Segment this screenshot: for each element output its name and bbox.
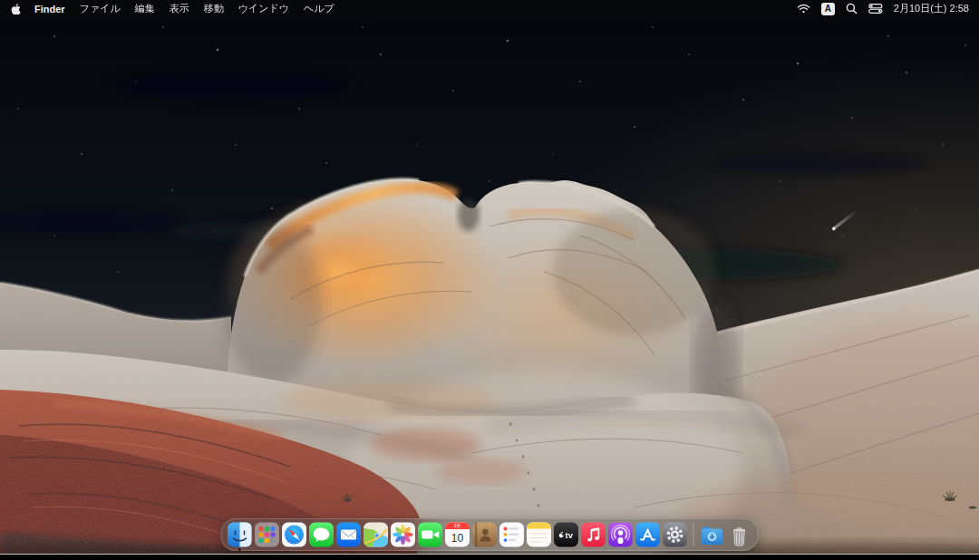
dock-icon-podcasts[interactable] xyxy=(608,522,634,547)
menu-bar: Finder ファイル 編集 表示 移動 ウインドウ ヘルプ A xyxy=(0,0,979,17)
menu-item-window[interactable]: ウインドウ xyxy=(238,2,289,15)
dock-icon-downloads-folder[interactable] xyxy=(700,522,725,547)
dock-icon-facetime[interactable] xyxy=(418,522,443,547)
desktop-wallpaper xyxy=(0,0,979,560)
svg-text:10: 10 xyxy=(451,532,464,545)
dock-icon-photos[interactable] xyxy=(391,522,416,547)
menu-item-edit[interactable]: 編集 xyxy=(135,2,155,15)
control-center-icon[interactable] xyxy=(868,4,883,14)
letterbox-bar xyxy=(0,554,979,560)
input-source-icon[interactable]: A xyxy=(821,3,835,15)
svg-text:tv: tv xyxy=(566,530,574,540)
dock-icon-maps[interactable] xyxy=(363,522,389,547)
menu-item-help[interactable]: ヘルプ xyxy=(304,2,334,15)
dock-icon-trash[interactable] xyxy=(727,522,752,547)
dock-icon-safari[interactable] xyxy=(282,522,307,547)
dock-icon-finder[interactable] xyxy=(228,522,253,547)
dock-icon-notes[interactable] xyxy=(527,522,552,547)
menu-item-go[interactable]: 移動 xyxy=(204,2,224,15)
dock-icon-reminders[interactable] xyxy=(499,522,525,547)
dock-icon-mail[interactable] xyxy=(336,522,362,547)
dock-icon-calendar[interactable]: 2月 10 xyxy=(445,522,470,547)
apple-menu-icon[interactable] xyxy=(10,3,21,14)
menu-item-file[interactable]: ファイル xyxy=(80,2,121,15)
dock-icon-tv[interactable]: tv xyxy=(554,522,579,547)
dock-separator xyxy=(693,523,694,546)
menu-app-name[interactable]: Finder xyxy=(34,4,65,14)
menu-clock[interactable]: 2月10日(土) 2:58 xyxy=(894,2,969,15)
dock-icon-system-settings[interactable] xyxy=(663,522,688,547)
dock-icon-contacts[interactable] xyxy=(472,522,498,547)
dock-icon-messages[interactable] xyxy=(309,522,334,547)
running-indicator xyxy=(238,548,241,551)
dock-icon-launchpad[interactable] xyxy=(255,522,280,547)
dock-icon-app-store[interactable] xyxy=(635,522,661,547)
wifi-icon[interactable] xyxy=(797,4,810,14)
spotlight-search-icon[interactable] xyxy=(846,3,858,14)
dock-icon-music[interactable] xyxy=(581,522,606,547)
dock: 2月 10 xyxy=(221,518,759,551)
menu-item-view[interactable]: 表示 xyxy=(170,2,189,15)
